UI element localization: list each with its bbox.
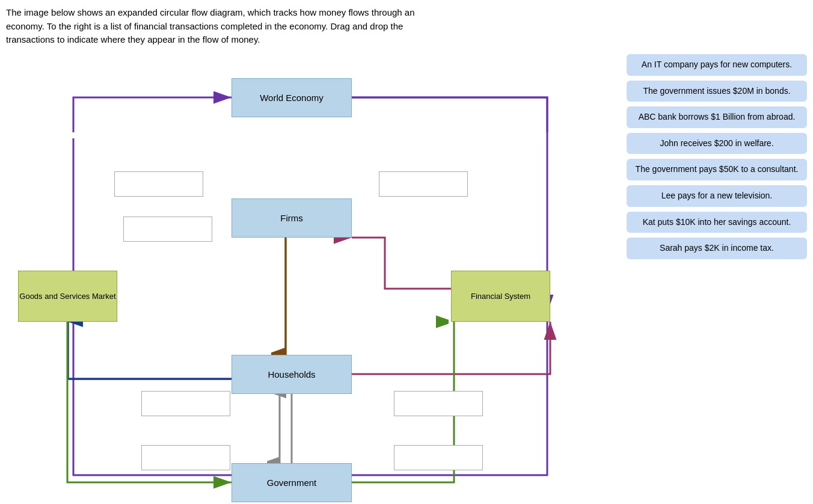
goods-market-node: Goods and Services Market [18,271,117,322]
households-node: Households [232,355,352,394]
firms-node: Firms [232,198,352,238]
description-text: The image below shows an expanded circul… [6,6,415,47]
goods-market-label: Goods and Services Market [19,292,115,301]
diagram-area: World Economy Firms Households Governmen… [6,54,601,499]
transaction-7[interactable]: Kat puts $10K into her savings account. [627,212,807,233]
transaction-8[interactable]: Sarah pays $2K in income tax. [627,238,807,259]
world-economy-label: World Economy [260,93,324,103]
drop-box-gm-top-right[interactable] [141,391,230,416]
drop-box-we-left[interactable] [114,171,203,197]
households-label: Households [268,369,315,380]
firms-label: Firms [280,213,303,223]
drop-box-fs-right-top[interactable] [394,391,483,416]
government-label: Government [267,478,317,488]
drop-box-fs-right-bottom[interactable] [394,445,483,470]
transaction-2[interactable]: The government issues $20M in bonds. [627,81,807,102]
government-node: Government [232,463,352,502]
drop-box-firms-left[interactable] [123,217,212,242]
financial-system-label: Financial System [471,292,530,301]
transaction-3[interactable]: ABC bank borrows $1 Billion from abroad. [627,106,807,128]
transaction-5[interactable]: The government pays $50K to a consultant… [627,159,807,180]
drop-box-we-right[interactable] [379,171,468,197]
transaction-1[interactable]: An IT company pays for new computers. [627,54,807,76]
transaction-4[interactable]: John receives $200 in welfare. [627,133,807,155]
transaction-6[interactable]: Lee pays for a new television. [627,185,807,207]
transactions-panel: An IT company pays for new computers. Th… [627,54,807,259]
world-economy-node: World Economy [232,78,352,117]
drop-box-gm-bottom[interactable] [141,445,230,470]
financial-system-node: Financial System [451,271,550,322]
